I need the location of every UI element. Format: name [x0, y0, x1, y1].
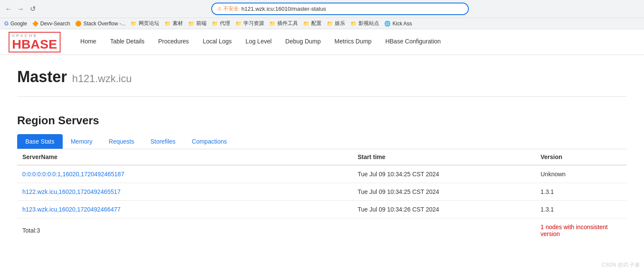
bookmark-label: 代理 [220, 20, 230, 27]
folder-icon: 📁 [350, 21, 357, 27]
table-row: h122.wzk.icu,16020,1720492465517 Tue Jul… [17, 183, 627, 201]
col-time-header: Start time [352, 149, 535, 165]
bookmark-kickass[interactable]: 🌐 Kick Ass [384, 21, 412, 27]
reload-button[interactable]: ↺ [28, 5, 37, 13]
nav-log-level[interactable]: Log Level [239, 29, 279, 55]
bookmark-proxy[interactable]: 📁 代理 [212, 20, 230, 27]
page-subtitle: h121.wzk.icu [72, 73, 132, 85]
stackoverflow-icon: 🟠 [75, 21, 82, 27]
folder-icon: 📁 [303, 21, 310, 27]
hbase-header: APACHE HBASE Home Table Details Procedur… [0, 29, 644, 55]
bookmark-stackoverflow[interactable]: 🟠 Stack Overflow -... [75, 21, 125, 27]
bookmark-google[interactable]: G Google [4, 20, 27, 27]
bookmark-plugins[interactable]: 📁 插件工具 [269, 20, 298, 27]
title-row: Master h121.wzk.icu [17, 68, 627, 97]
version-cell: 1.3.1 [535, 201, 627, 218]
total-row: Total:3 1 nodes with inconsistent versio… [17, 218, 627, 243]
tab-compactions[interactable]: Compactions [184, 134, 235, 149]
tab-storefiles[interactable]: Storefiles [142, 134, 183, 149]
server-name-link[interactable]: h123.wzk.icu,16020,1720492466477 [22, 206, 121, 213]
version-cell: 1.3.1 [535, 183, 627, 201]
folder-icon: 📁 [188, 21, 194, 27]
version-cell: Unknown [535, 165, 627, 183]
bookmark-label: Kick Ass [392, 21, 412, 27]
bookmark-label: 插件工具 [277, 20, 298, 27]
nav-metrics-dump[interactable]: Metrics Dump [328, 29, 378, 55]
folder-icon: 📁 [164, 21, 171, 27]
bookmark-label: 娱乐 [335, 20, 345, 27]
table-row: h123.wzk.icu,16020,1720492466477 Tue Jul… [17, 201, 627, 218]
bookmark-label: 影视站点 [358, 20, 379, 27]
bookmark-config[interactable]: 📁 配置 [303, 20, 322, 27]
folder-icon: 📁 [327, 21, 333, 27]
bookmarks-bar: G Google 🔶 Devv-Search 🟠 Stack Overflow … [0, 18, 644, 29]
server-name-cell: h122.wzk.icu,16020,1720492465517 [17, 183, 352, 201]
logo-hbase: HBASE [12, 38, 57, 51]
folder-icon: 📁 [131, 21, 137, 27]
browser-chrome: ← → ↺ ⚠ 不安全 G Google 🔶 Devv-Search 🟠 Sta… [0, 0, 644, 29]
bookmark-label: 前端 [196, 20, 207, 27]
bookmark-label: 学习资源 [243, 20, 264, 27]
server-name-link[interactable]: 0:0:0:0:0:0:0:1,16020,1720492465187 [22, 171, 124, 178]
nav-home[interactable]: Home [73, 29, 103, 55]
kickass-icon: 🌐 [384, 21, 391, 27]
bookmark-webpage[interactable]: 📁 网页论坛 [131, 20, 159, 27]
nav-local-logs[interactable]: Local Logs [196, 29, 239, 55]
start-time-cell: Tue Jul 09 10:34:25 CST 2024 [352, 183, 535, 201]
folder-icon: 📁 [269, 21, 276, 27]
server-name-link[interactable]: h122.wzk.icu,16020,1720492465517 [22, 188, 121, 195]
section-title: Region Servers [17, 114, 627, 127]
col-server-header: ServerName [17, 149, 352, 165]
google-icon: G [4, 20, 9, 27]
start-time-cell: Tue Jul 09 10:34:25 CST 2024 [352, 165, 535, 183]
bookmark-label: 网页论坛 [139, 20, 159, 27]
browser-toolbar: ← → ↺ ⚠ 不安全 [0, 0, 644, 18]
col-version-header: Version [535, 149, 627, 165]
inconsistent-notice: 1 nodes with inconsistent version [535, 218, 627, 243]
total-time [352, 218, 535, 243]
bookmark-learn[interactable]: 📁 学习资源 [235, 20, 264, 27]
nav-menu: Home Table Details Procedures Local Logs… [73, 29, 448, 55]
start-time-cell: Tue Jul 09 10:34:26 CST 2024 [352, 201, 535, 218]
tab-memory[interactable]: Memory [63, 134, 101, 149]
bookmark-label: Google [10, 21, 27, 27]
devv-icon: 🔶 [32, 21, 39, 27]
table-header-row: ServerName Start time Version [17, 149, 627, 165]
url-input[interactable] [241, 6, 463, 12]
forward-button[interactable]: → [16, 5, 25, 13]
server-name-cell: h123.wzk.icu,16020,1720492466477 [17, 201, 352, 218]
bookmark-material[interactable]: 📁 素材 [164, 20, 183, 27]
region-servers-table: ServerName Start time Version 0:0:0:0:0:… [17, 149, 627, 242]
bookmark-label: Devv-Search [40, 21, 70, 27]
nav-procedures[interactable]: Procedures [152, 29, 196, 55]
bookmark-label: 配置 [311, 20, 322, 27]
bookmark-devv[interactable]: 🔶 Devv-Search [32, 21, 70, 27]
folder-icon: 📁 [212, 21, 218, 27]
hbase-logo: APACHE HBASE [9, 32, 61, 52]
bookmark-frontend[interactable]: 📁 前端 [188, 20, 207, 27]
security-warning: ⚠ 不安全 [217, 5, 239, 12]
region-servers-tabs: Base Stats Memory Requests Storefiles Co… [17, 134, 627, 149]
bookmark-label: Stack Overflow -... [83, 21, 125, 27]
back-button[interactable]: ← [4, 5, 13, 13]
total-label: Total:3 [17, 218, 352, 243]
bookmark-label: 素材 [173, 20, 183, 27]
tab-base-stats[interactable]: Base Stats [17, 134, 63, 149]
folder-icon: 📁 [235, 21, 242, 27]
nav-hbase-config[interactable]: HBase Configuration [378, 29, 447, 55]
page-title: Master [17, 68, 67, 86]
nav-table-details[interactable]: Table Details [103, 29, 151, 55]
main-content: Master h121.wzk.icu Region Servers Base … [0, 55, 644, 255]
bookmark-video[interactable]: 📁 影视站点 [350, 20, 379, 27]
bookmark-entertainment[interactable]: 📁 娱乐 [327, 20, 345, 27]
address-bar[interactable]: ⚠ 不安全 [211, 3, 469, 15]
table-row: 0:0:0:0:0:0:0:1,16020,1720492465187 Tue … [17, 165, 627, 183]
tab-requests[interactable]: Requests [100, 134, 142, 149]
server-name-cell: 0:0:0:0:0:0:0:1,16020,1720492465187 [17, 165, 352, 183]
nav-debug-dump[interactable]: Debug Dump [279, 29, 328, 55]
